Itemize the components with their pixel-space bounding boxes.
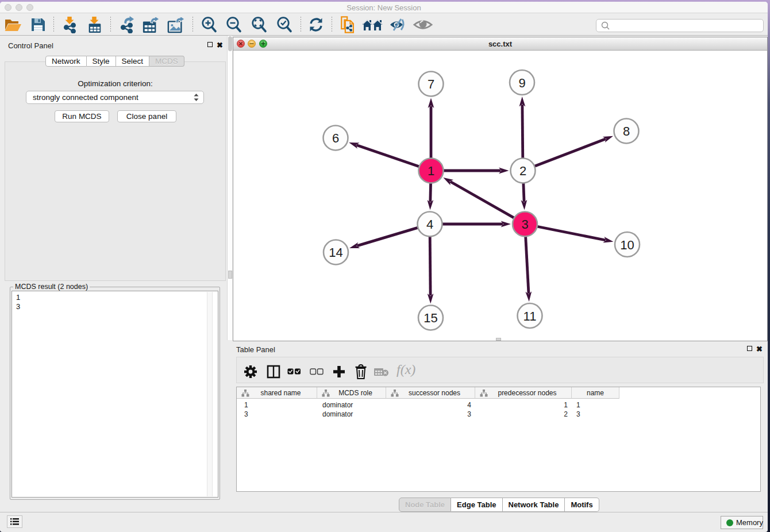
svg-text:15: 15 — [424, 311, 437, 325]
svg-text:11: 11 — [523, 309, 537, 323]
svg-text:9: 9 — [518, 76, 525, 90]
svg-text:8: 8 — [623, 124, 630, 138]
svg-text:4: 4 — [426, 217, 433, 232]
svg-text:3: 3 — [521, 217, 528, 232]
svg-text:2: 2 — [519, 164, 526, 178]
svg-text:7: 7 — [428, 77, 434, 91]
svg-text:6: 6 — [332, 131, 339, 145]
svg-text:14: 14 — [329, 245, 342, 260]
svg-text:1: 1 — [428, 164, 434, 178]
svg-text:10: 10 — [620, 238, 634, 252]
